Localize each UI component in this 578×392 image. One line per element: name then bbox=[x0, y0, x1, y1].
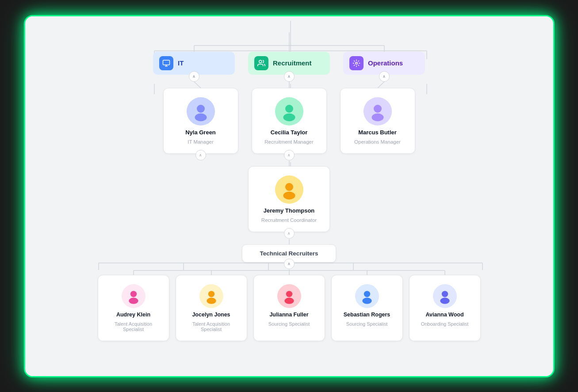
name-jocelyn: Jocelyn Jones bbox=[192, 312, 230, 318]
svg-line-43 bbox=[194, 82, 201, 88]
person-card-nyla[interactable]: Nyla Green IT Manager ∧ bbox=[163, 88, 238, 154]
person-card-julianna[interactable]: Julianna Fuller Sourcing Specialist bbox=[253, 275, 325, 341]
name-avianna: Avianna Wood bbox=[425, 312, 463, 318]
app-frame: IT ∧ Recruitment ∧ bbox=[24, 15, 555, 377]
coordinator-row: Jeremy Thompson Recruitment Coordinator … bbox=[248, 166, 330, 232]
person-card-cecilia[interactable]: Cecilia Taylor Recruitment Manager ∧ bbox=[252, 88, 327, 154]
person-card-audrey[interactable]: Audrey Klein Talent Acquisition Speciali… bbox=[98, 275, 169, 341]
svg-point-25 bbox=[371, 113, 383, 121]
it-collapse-button[interactable]: ∧ bbox=[189, 71, 199, 82]
svg-point-33 bbox=[284, 297, 294, 304]
svg-line-45 bbox=[378, 82, 384, 88]
svg-point-30 bbox=[208, 291, 214, 297]
name-cecilia: Cecilia Taylor bbox=[271, 129, 308, 136]
svg-point-20 bbox=[197, 105, 205, 113]
name-jeremy: Jeremy Thompson bbox=[264, 207, 315, 214]
avatar-jeremy bbox=[275, 175, 303, 204]
svg-point-31 bbox=[207, 297, 216, 304]
operations-icon bbox=[349, 56, 364, 70]
svg-point-18 bbox=[259, 60, 262, 63]
role-avianna: Onboarding Specialist bbox=[421, 321, 469, 327]
role-nyla: IT Manager bbox=[188, 139, 214, 145]
name-nyla: Nyla Green bbox=[185, 129, 216, 136]
svg-point-28 bbox=[130, 291, 136, 297]
role-julianna: Sourcing Specialist bbox=[268, 321, 310, 327]
person-card-jocelyn[interactable]: Jocelyn Jones Talent Acquisition Special… bbox=[176, 275, 247, 341]
recruitment-icon bbox=[254, 56, 268, 70]
dept-card-operations[interactable]: Operations ∧ bbox=[343, 52, 425, 75]
role-jocelyn: Talent Acquisition Specialist bbox=[183, 321, 240, 332]
svg-point-26 bbox=[285, 183, 293, 191]
role-jeremy: Recruitment Coordinator bbox=[261, 217, 317, 223]
it-icon bbox=[159, 56, 173, 70]
team-label-box[interactable]: Technical Recruiters ∧ bbox=[242, 244, 337, 263]
dept-card-it[interactable]: IT ∧ bbox=[153, 52, 235, 75]
team-label-text: Technical Recruiters bbox=[260, 250, 318, 257]
avatar-jocelyn bbox=[199, 284, 223, 308]
name-marcus: Marcus Butler bbox=[358, 129, 397, 136]
avatar-cecilia bbox=[275, 97, 303, 126]
svg-point-37 bbox=[440, 297, 449, 304]
recruitment-collapse-button[interactable]: ∧ bbox=[284, 71, 295, 82]
recruitment-label: Recruitment bbox=[273, 59, 312, 67]
team-label-row: Technical Recruiters ∧ bbox=[242, 244, 337, 263]
svg-point-34 bbox=[364, 291, 370, 297]
avatar-sebastian bbox=[355, 284, 379, 308]
avatar-julianna bbox=[277, 284, 301, 308]
dept-card-recruitment[interactable]: Recruitment ∧ bbox=[248, 52, 330, 75]
svg-point-27 bbox=[283, 191, 295, 199]
name-audrey: Audrey Klein bbox=[116, 312, 150, 318]
nyla-collapse-button[interactable]: ∧ bbox=[195, 150, 206, 160]
department-row: IT ∧ Recruitment ∧ bbox=[153, 52, 425, 75]
svg-point-19 bbox=[356, 62, 358, 64]
operations-collapse-button[interactable]: ∧ bbox=[379, 71, 390, 82]
svg-point-35 bbox=[362, 297, 371, 304]
recruiter-row: Audrey Klein Talent Acquisition Speciali… bbox=[98, 275, 481, 341]
avatar-audrey bbox=[122, 284, 145, 308]
cecilia-collapse-button[interactable]: ∧ bbox=[284, 150, 295, 160]
svg-point-36 bbox=[441, 291, 448, 297]
manager-row: Nyla Green IT Manager ∧ Cecilia Taylor R… bbox=[163, 88, 415, 154]
svg-point-29 bbox=[129, 297, 138, 304]
it-label: IT bbox=[178, 59, 184, 67]
avatar-marcus bbox=[364, 97, 392, 126]
role-marcus: Operations Manager bbox=[354, 139, 401, 145]
svg-point-21 bbox=[195, 113, 207, 121]
person-card-marcus[interactable]: Marcus Butler Operations Manager bbox=[340, 88, 415, 154]
person-card-avianna[interactable]: Avianna Wood Onboarding Specialist bbox=[409, 275, 481, 341]
avatar-nyla bbox=[187, 97, 215, 126]
svg-point-32 bbox=[286, 291, 292, 297]
team-label-collapse-button[interactable]: ∧ bbox=[284, 259, 295, 269]
name-sebastian: Sebastian Rogers bbox=[344, 312, 390, 318]
name-julianna: Julianna Fuller bbox=[269, 312, 308, 318]
operations-label: Operations bbox=[368, 59, 403, 67]
person-card-jeremy[interactable]: Jeremy Thompson Recruitment Coordinator … bbox=[248, 166, 330, 232]
role-audrey: Talent Acquisition Specialist bbox=[105, 321, 162, 332]
role-cecilia: Recruitment Manager bbox=[264, 139, 314, 145]
org-chart-canvas: IT ∧ Recruitment ∧ bbox=[25, 16, 553, 376]
role-sebastian: Sourcing Specialist bbox=[346, 321, 388, 327]
svg-point-24 bbox=[374, 105, 382, 113]
avatar-avianna bbox=[433, 284, 457, 308]
svg-point-23 bbox=[283, 113, 295, 121]
person-card-sebastian[interactable]: Sebastian Rogers Sourcing Specialist bbox=[331, 275, 403, 341]
jeremy-collapse-button[interactable]: ∧ bbox=[284, 228, 295, 239]
svg-rect-17 bbox=[163, 60, 170, 65]
svg-point-22 bbox=[285, 105, 293, 113]
